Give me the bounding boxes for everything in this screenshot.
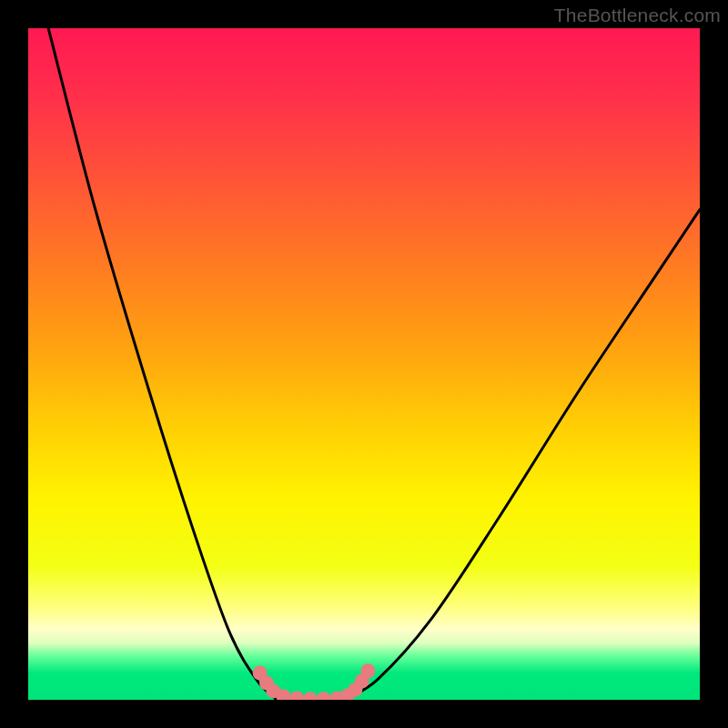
chart-curves (28, 28, 700, 700)
left-curve (48, 28, 277, 700)
chart-frame (28, 28, 700, 700)
marker-dot (289, 692, 304, 700)
marker-dot (360, 663, 375, 678)
marker-dot (303, 692, 318, 700)
right-curve (344, 209, 700, 700)
marker-dot (317, 692, 331, 700)
watermark-text: TheBottleneck.com (554, 5, 721, 26)
valley-markers (253, 663, 376, 700)
